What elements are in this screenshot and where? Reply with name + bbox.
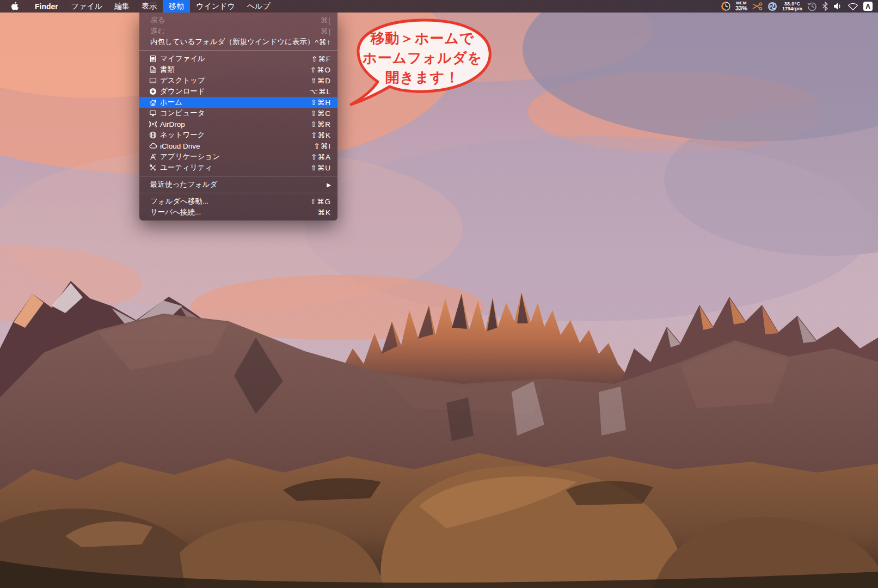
menubar-item-finder[interactable]: Finder bbox=[28, 0, 65, 13]
menu-item-network[interactable]: ネットワーク⇧⌘K bbox=[139, 130, 337, 140]
menu-item-shortcut: ⇧⌘H bbox=[310, 98, 331, 107]
utilities-icon bbox=[149, 164, 160, 171]
menu-item-shortcut: ⌘[ bbox=[321, 16, 331, 24]
menu-item-desktop[interactable]: デスクトップ⇧⌘D bbox=[139, 75, 337, 86]
menu-item-shortcut: ⇧⌘F bbox=[311, 54, 331, 63]
applications-icon bbox=[149, 153, 160, 161]
annotation-text: 移動＞ホームでホームフォルダを開きます！ bbox=[348, 28, 496, 87]
menu-item-home[interactable]: ホーム⇧⌘H bbox=[139, 97, 337, 108]
annotation-line: ホームフォルダを bbox=[348, 48, 496, 68]
menu-item-label: ネットワーク bbox=[160, 130, 205, 140]
fan-readout: 38.0°C1794rpm bbox=[782, 2, 802, 11]
menubar-item-view[interactable]: 表示 bbox=[136, 0, 163, 13]
menu-item-shortcut: ⇧⌘I bbox=[314, 142, 331, 150]
menubar-item-go[interactable]: 移動 bbox=[163, 0, 190, 13]
desktop-icon bbox=[149, 77, 160, 84]
menu-item-enclosing-folder[interactable]: 内包しているフォルダ（新規ウインドウに表示）^⌘↑ bbox=[139, 36, 337, 47]
downloads-icon bbox=[149, 88, 160, 95]
menu-item-icloud-drive[interactable]: iCloud Drive⇧⌘I bbox=[139, 140, 337, 151]
volume-icon[interactable] bbox=[833, 0, 843, 13]
menubar-item-file[interactable]: ファイル bbox=[65, 0, 108, 13]
memory-readout: MEM33% bbox=[735, 1, 747, 11]
menu-separator bbox=[139, 176, 337, 176]
bluetooth-icon[interactable] bbox=[822, 0, 828, 13]
menu-item-forward: 進む⌘] bbox=[139, 26, 337, 36]
apple-logo-icon bbox=[11, 2, 19, 11]
menubar-item-window[interactable]: ウインドウ bbox=[190, 0, 241, 13]
annotation-line: 移動＞ホームで bbox=[348, 28, 496, 48]
documents-icon bbox=[149, 66, 160, 74]
computer-icon bbox=[149, 109, 160, 117]
network-icon bbox=[149, 131, 160, 139]
menu-item-downloads[interactable]: ダウンロード⌥⌘L bbox=[139, 86, 337, 97]
memory-readout-bottom: 33% bbox=[735, 5, 747, 11]
menu-item-label: フォルダへ移動... bbox=[150, 197, 208, 206]
menu-item-label: デスクトップ bbox=[160, 76, 205, 85]
menu-item-my-files[interactable]: マイファイル⇧⌘F bbox=[139, 53, 337, 64]
menu-item-shortcut: ⌘] bbox=[321, 27, 331, 35]
menu-item-shortcut: ⇧⌘O bbox=[310, 65, 331, 74]
apple-menu[interactable] bbox=[0, 0, 28, 13]
menu-item-label: 進む bbox=[150, 26, 165, 36]
my-files-icon bbox=[149, 55, 160, 63]
menu-item-label: ホーム bbox=[160, 97, 182, 107]
menu-item-shortcut: ⇧⌘C bbox=[310, 109, 331, 118]
menu-separator bbox=[139, 193, 337, 193]
menubar-item-help[interactable]: ヘルプ bbox=[241, 0, 277, 13]
status-area: MEM33%38.0°C1794rpmA bbox=[721, 0, 878, 13]
menu-item-label: マイファイル bbox=[160, 54, 205, 64]
menu-item-shortcut: ⇧⌘A bbox=[311, 152, 331, 161]
menu-item-label: 最近使ったフォルダ bbox=[150, 180, 217, 189]
menu-item-shortcut: ⌘K bbox=[317, 208, 331, 217]
menu-item-label: アプリケーション bbox=[160, 152, 220, 162]
menu-item-shortcut: ⇧⌘U bbox=[310, 163, 331, 172]
menu-item-utilities[interactable]: ユーティリティ⇧⌘U bbox=[139, 162, 337, 173]
menu-item-airdrop[interactable]: AirDrop⇧⌘R bbox=[139, 119, 337, 130]
menu-bar: Finderファイル編集表示移動ウインドウヘルプ MEM33%38.0°C179… bbox=[0, 0, 878, 13]
time-machine-icon[interactable] bbox=[807, 0, 817, 13]
home-icon bbox=[149, 99, 160, 106]
menu-item-shortcut: ⇧⌘R bbox=[310, 120, 331, 128]
menu-item-computer[interactable]: コンピュータ⇧⌘C bbox=[139, 108, 337, 119]
menu-separator bbox=[139, 50, 337, 51]
menu-item-label: AirDrop bbox=[160, 120, 185, 128]
fan-speed-icon[interactable] bbox=[768, 0, 777, 13]
fan-readout-bottom: 1794rpm bbox=[782, 7, 802, 11]
menu-item-go-to-folder[interactable]: フォルダへ移動...⇧⌘G bbox=[139, 196, 337, 207]
submenu-arrow-icon: ▶ bbox=[327, 182, 331, 188]
wifi-icon[interactable] bbox=[848, 0, 858, 13]
menu-item-label: ユーティリティ bbox=[160, 163, 212, 173]
input-source-badge: A bbox=[863, 2, 873, 11]
airdrop-icon bbox=[149, 120, 160, 128]
menu-item-label: iCloud Drive bbox=[160, 142, 200, 150]
menu-item-label: コンピュータ bbox=[160, 108, 205, 118]
menu-item-label: サーバへ接続... bbox=[150, 207, 201, 217]
menu-item-documents[interactable]: 書類⇧⌘O bbox=[139, 64, 337, 75]
menu-item-label: 戻る bbox=[150, 15, 165, 25]
menubar-item-edit[interactable]: 編集 bbox=[108, 0, 136, 13]
menu-item-shortcut: ⇧⌘K bbox=[311, 131, 331, 139]
menu-item-back: 戻る⌘[ bbox=[139, 15, 337, 26]
menu-item-label: ダウンロード bbox=[160, 87, 205, 96]
menu-item-shortcut: ⇧⌘D bbox=[310, 76, 331, 85]
menu-item-shortcut: ⌥⌘L bbox=[309, 87, 331, 96]
menu-item-label: 書類 bbox=[160, 65, 175, 75]
icloud-icon bbox=[149, 142, 160, 150]
scissors-clipboard-icon[interactable] bbox=[752, 0, 763, 13]
menu-item-connect-to-server[interactable]: サーバへ接続...⌘K bbox=[139, 207, 337, 218]
input-source-icon[interactable]: A bbox=[863, 0, 873, 13]
menu-item-applications[interactable]: アプリケーション⇧⌘A bbox=[139, 151, 337, 162]
menu-item-shortcut: ⇧⌘G bbox=[310, 197, 331, 206]
memory-monitor-icon[interactable] bbox=[721, 0, 730, 13]
annotation-line: 開きます！ bbox=[348, 68, 496, 87]
menu-item-recent-folders[interactable]: 最近使ったフォルダ▶ bbox=[139, 179, 337, 190]
menu-item-shortcut: ^⌘↑ bbox=[315, 38, 331, 46]
menu-item-label: 内包しているフォルダ（新規ウインドウに表示） bbox=[150, 37, 314, 47]
go-menu-dropdown: 戻る⌘[進む⌘]内包しているフォルダ（新規ウインドウに表示）^⌘↑マイファイル⇧… bbox=[139, 13, 337, 220]
